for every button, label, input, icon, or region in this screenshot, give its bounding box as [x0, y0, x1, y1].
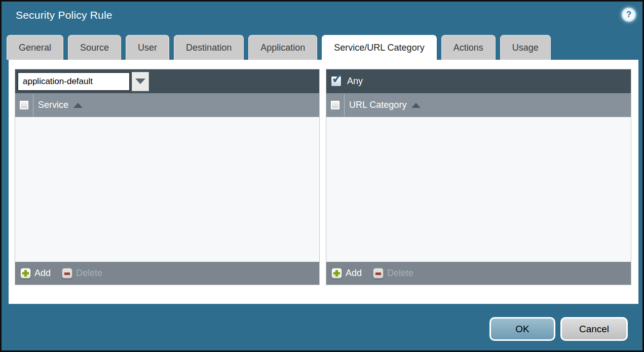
sort-ascending-icon: [411, 103, 421, 108]
chevron-down-icon: [135, 79, 145, 84]
service-delete-button[interactable]: Delete: [76, 268, 102, 279]
service-add-button[interactable]: Add: [34, 268, 51, 279]
service-type-bar: [15, 69, 319, 93]
url-column-header-row: URL Category: [326, 93, 631, 117]
service-type-dropdown-input[interactable]: [17, 72, 130, 91]
url-select-all-checkbox[interactable]: [330, 100, 340, 110]
help-icon[interactable]: ?: [622, 8, 636, 22]
tab-general[interactable]: General: [7, 35, 63, 60]
ok-button[interactable]: OK: [489, 317, 555, 341]
add-icon[interactable]: [331, 268, 342, 279]
url-column-label: URL Category: [349, 100, 406, 110]
url-footer-bar: Add Delete: [326, 262, 631, 285]
any-label: Any: [347, 76, 363, 87]
tab-service-url-category[interactable]: Service/URL Category: [322, 35, 436, 60]
header-divider: [33, 94, 33, 116]
tab-content-area: Service Add Delete ✓ Any: [9, 60, 638, 304]
service-panel: Service Add Delete: [15, 69, 320, 285]
service-footer-bar: Add Delete: [15, 262, 319, 285]
service-column-label: Service: [38, 100, 68, 110]
service-select-all-checkbox[interactable]: [19, 100, 29, 110]
tab-actions[interactable]: Actions: [441, 35, 496, 60]
any-checkbox[interactable]: ✓: [331, 76, 342, 87]
tab-user[interactable]: User: [126, 35, 169, 60]
url-delete-button[interactable]: Delete: [387, 268, 413, 279]
delete-icon[interactable]: [62, 268, 72, 279]
dialog-title: Security Policy Rule: [16, 9, 112, 21]
url-add-button[interactable]: Add: [346, 268, 362, 279]
tab-bar: General Source User Destination Applicat…: [7, 35, 551, 60]
header-divider: [344, 94, 345, 116]
url-column-header[interactable]: URL Category: [349, 100, 421, 110]
add-icon[interactable]: [20, 268, 31, 279]
service-column-header-row: Service: [15, 93, 319, 117]
service-list[interactable]: [15, 117, 319, 262]
url-any-bar: ✓ Any: [326, 69, 631, 93]
tab-source[interactable]: Source: [68, 35, 121, 60]
sort-ascending-icon: [73, 103, 83, 108]
delete-icon[interactable]: [373, 268, 384, 279]
service-type-dropdown-button[interactable]: [132, 72, 149, 91]
url-category-panel: ✓ Any URL Category Add Delete: [326, 69, 631, 285]
tab-application[interactable]: Application: [248, 35, 317, 60]
security-policy-rule-dialog: Security Policy Rule ? General Source Us…: [0, 0, 644, 352]
service-column-header[interactable]: Service: [38, 100, 83, 110]
checkmark-icon: ✓: [331, 72, 343, 86]
tab-destination[interactable]: Destination: [174, 35, 244, 60]
url-category-list[interactable]: [326, 117, 631, 262]
tab-usage[interactable]: Usage: [500, 35, 551, 60]
cancel-button[interactable]: Cancel: [560, 317, 628, 341]
